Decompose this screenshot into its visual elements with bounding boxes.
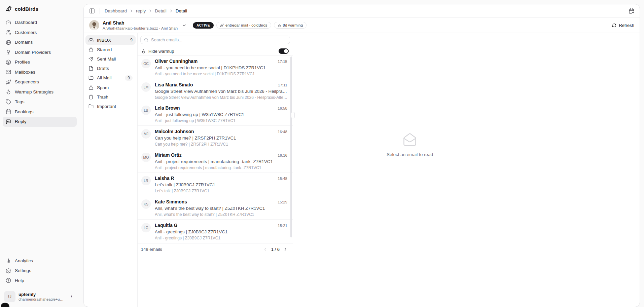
mailbox-select-button[interactable] [182,23,187,28]
folder-sent-mail[interactable]: Sent Mail [85,54,136,64]
calendar-add-button[interactable] [629,8,634,14]
warming-tag-badge[interactable]: 8d warming [274,22,307,29]
sidebar-item-customers[interactable]: Customers [3,28,77,38]
sidebar-item-dashboard[interactable]: Dashboard [3,17,77,28]
account-name: upternly [19,292,65,297]
sidebar-item-warmup-strategies[interactable]: Warmup Strategies [3,87,77,97]
email-time: 17:11 [278,83,287,87]
sender-name: Malcolm Johnson [155,129,274,135]
sidebar-item-reply[interactable]: Reply [3,117,77,127]
bird-logo-icon [5,6,12,12]
breadcrumb-item[interactable]: Dashboard [105,8,127,13]
account-meta: upternly dharmendrashaheagle+upter [19,292,65,302]
reply-bubble-icon [6,119,11,124]
sidebar-item-profiles[interactable]: Profiles [3,57,77,67]
mailbox-header: Anil Shah A.Shah@sankalp-builderrs.buzz … [84,18,640,33]
email-list-item[interactable]: LM Lisa Maria Sinato17:11 Google Street … [138,79,293,103]
folder-label: INBOX [97,38,111,43]
search-icon [144,38,148,42]
email-list-item[interactable]: MJ Malcolm Johnson16:48 Can you help me?… [138,126,293,149]
status-badge: ACTIVE [193,22,214,29]
email-summary: Malcolm Johnson16:48 Can you help me? | … [155,129,287,149]
sender-avatar: LG [141,223,151,232]
hide-warmup-toggle[interactable] [279,48,289,54]
sender-avatar: MJ [141,129,151,139]
breadcrumb-item[interactable]: Detail [155,8,167,13]
sidebar-item-label: Reply [15,119,27,124]
folder-important[interactable]: Important [85,102,136,111]
search-box [140,36,290,44]
email-preview: Anil - greetings | ZJ0B9CJ Z7R1VC1 [155,236,287,240]
warming-tag-label: 8d warming [283,23,303,27]
sequencer-tag-badge[interactable]: entregar mail - coldBirds [216,22,271,29]
folder-count-badge: 9 [125,75,133,81]
breadcrumb-item[interactable]: reply [136,8,146,13]
folder-label: All Mail [97,75,112,80]
email-list-item[interactable]: LR Laisha R15:48 Let's talk | ZJ0B9CJ Z7… [138,172,293,196]
profile-meta: Anil Shah A.Shah@sankalp-builderrs.buzz … [103,20,178,31]
sidebar-item-help[interactable]: Help [3,276,77,286]
email-time: 16:48 [278,130,287,134]
sidebar-toggle-button[interactable] [89,8,95,14]
sidebar-item-sequencers[interactable]: Sequencers [3,77,77,87]
inbox-icon [88,38,94,43]
sender-name: Laisha R [155,176,274,181]
folder-inbox[interactable]: INBOX 9 [85,35,136,45]
folder-starred[interactable]: Starred [85,45,136,54]
email-subject: Anil - just following up | W351W8C Z7R1V… [155,112,287,117]
email-summary: Kate Simmons15:29 Anil, what's the best … [155,199,287,219]
sidebar-item-mailboxes[interactable]: Mailboxes [3,67,77,77]
sidebar-item-label: Sequencers [15,79,39,84]
page-next-button[interactable] [283,247,288,252]
panel-resize-handle[interactable]: •• [291,112,295,118]
calendar-plus-icon [629,8,634,14]
sender-avatar: LM [141,82,151,92]
sidebar-item-domains[interactable]: Domains [3,37,77,47]
sidebar-item-analytics[interactable]: Analytics [3,256,77,266]
sidebar-item-bookings[interactable]: Bookings [3,107,77,117]
page-prev-button[interactable] [263,247,268,252]
sequencer-tag-label: entregar mail - coldBirds [225,23,267,27]
folder-icon [88,104,94,109]
folder-trash[interactable]: Trash [85,92,136,102]
email-list-item[interactable]: OC Oliver Cunningham17:15 Anil - you nee… [138,55,293,79]
email-time: 16:16 [278,153,287,157]
badge-group: ACTIVE entregar mail - coldBirds 8d warm… [193,22,307,29]
search-input[interactable] [151,37,286,42]
search-area [138,33,293,47]
sidebar-item-label: Settings [15,268,31,273]
sidebar-item-tags[interactable]: Tags [3,97,77,107]
star-icon [88,47,94,52]
email-preview: Anil, what's the best way to start? | Z5… [155,212,287,217]
email-time: 15:21 [278,224,287,228]
chevron-right-icon [129,9,134,13]
refresh-button[interactable]: Refresh [612,23,634,28]
folder-all-mail[interactable]: All Mail 9 [85,73,136,83]
folder-spam[interactable]: Spam [85,83,136,92]
email-preview: Anil - project requirements | manufactur… [155,165,287,170]
account-switcher[interactable]: U upternly dharmendrashaheagle+upter ⋮ [4,291,75,302]
email-list-item[interactable]: LB Lela Brown16:58 Anil - just following… [138,102,293,126]
sidebar-item-domain-providers[interactable]: Domain Providers [3,47,77,57]
sender-name: Lisa Maria Sinato [155,82,275,88]
account-menu-icon[interactable]: ⋮ [68,294,75,300]
email-list-item[interactable]: MO Miriam Ortiz16:16 Anil - project requ… [138,149,293,173]
list-scrollbar[interactable] [290,56,292,237]
sender-avatar: KS [141,199,151,209]
folder-list: INBOX 9 Starred Sent Mail Drafts A [84,33,138,307]
sidebar-spacer [3,127,77,256]
main-panel: Dashboard reply Detail Detail Anil Shah … [83,4,640,307]
empty-state-text: Select an email to read [387,152,433,157]
gear-icon [6,268,11,273]
sidebar-item-label: Tags [15,99,25,104]
email-list-item[interactable]: KS Kate Simmons15:29 Anil, what's the be… [138,196,293,220]
email-list-item[interactable]: LG Laquitia G15:21 Anil - greetings | ZJ… [138,220,293,243]
sidebar-item-label: Analytics [15,258,33,263]
sidebar-item-settings[interactable]: Settings [3,266,77,276]
folder-label: Spam [97,85,109,90]
folder-drafts[interactable]: Drafts [85,64,136,73]
breadcrumb: Dashboard reply Detail Detail [105,8,187,13]
brand-name: coldBirds [15,6,38,12]
email-summary: Lisa Maria Sinato17:11 Google Street Vie… [155,82,287,102]
sidebar-item-label: Domain Providers [15,50,51,55]
